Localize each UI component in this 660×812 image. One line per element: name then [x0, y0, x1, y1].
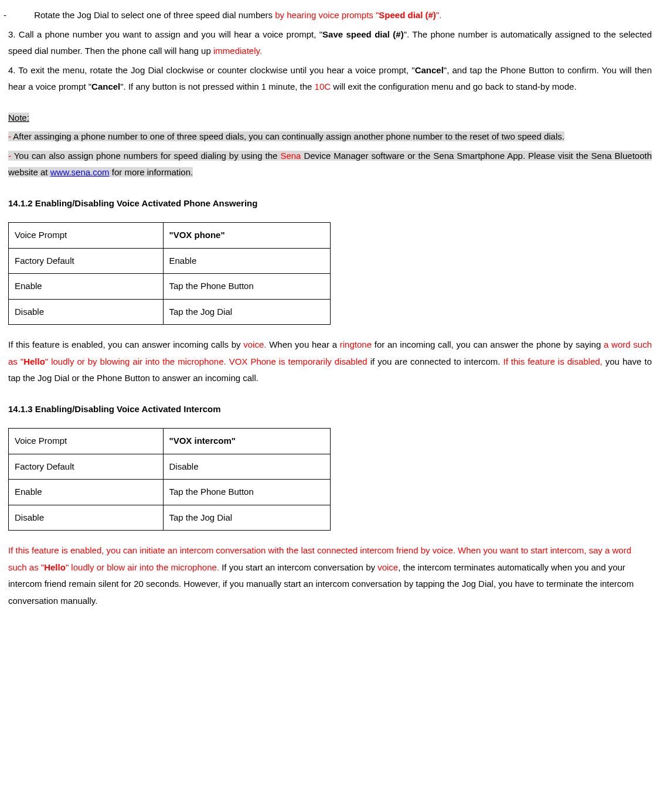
- paragraph-3: 3. Call a phone number you want to assig…: [8, 26, 652, 60]
- s1412p-g: Hello: [23, 356, 45, 366]
- heading-1413: 14.1.3 Enabling/Disabling Voice Activate…: [8, 401, 652, 418]
- cell-vox-intercom: "VOX intercom": [163, 429, 330, 454]
- s1413p-c: " loudly or blow air into the microphone…: [66, 562, 219, 572]
- table-row: Disable Tap the Jog Dial: [9, 299, 331, 325]
- s1413p-b: Hello: [44, 562, 66, 572]
- cell-tap-phone: Tap the Phone Button: [163, 274, 330, 300]
- p4-d: Cancel: [91, 81, 120, 91]
- cell-disable-label: Disable: [9, 299, 164, 325]
- s1412p-d: ringtone: [340, 339, 372, 349]
- bullet-text-1: Rotate the Jog Dial to select one of thr…: [34, 10, 273, 20]
- note-2: - You can also assign phone numbers for …: [8, 148, 652, 181]
- table-row: Enable Tap the Phone Button: [9, 480, 331, 505]
- bullet-text-red-bold: Speed dial (#): [379, 10, 436, 20]
- sena-link[interactable]: www.sena.com: [50, 167, 110, 177]
- table-row: Disable Tap the Jog Dial: [9, 505, 331, 531]
- s1413p-d: If you start an intercom conversation by: [219, 562, 377, 572]
- p3-b: Save speed dial (#): [322, 29, 404, 39]
- p4-a: 4. To exit the menu, rotate the Jog Dial…: [8, 65, 415, 75]
- p3-d: immediately.: [213, 46, 262, 56]
- cell-disable-label: Disable: [9, 505, 164, 531]
- p4-e: ". If any button is not pressed within 1…: [120, 81, 314, 91]
- vox-intercom-table: Voice Prompt "VOX intercom" Factory Defa…: [8, 428, 331, 531]
- table-row: Enable Tap the Phone Button: [9, 274, 331, 300]
- cell-enable-label: Enable: [9, 480, 164, 505]
- s1413p-e: voice: [377, 562, 398, 572]
- cell-enable: Enable: [163, 248, 330, 274]
- vox-phone-table: Voice Prompt "VOX phone" Factory Default…: [8, 222, 331, 325]
- s1412p-h: " loudly or by blowing air into the micr…: [45, 356, 368, 366]
- cell-vox-phone: "VOX phone": [163, 223, 330, 249]
- p4-f: 10C: [315, 81, 331, 91]
- note1-text: After assinging a phone number to one of…: [13, 131, 564, 141]
- bullet-dash: -: [20, 7, 32, 24]
- cell-factory-default: Factory Default: [9, 248, 164, 274]
- bullet-text-red-1: by hearing voice prompts ": [273, 10, 379, 20]
- p3-a: 3. Call a phone number you want to assig…: [8, 29, 322, 39]
- cell-tap-jog: Tap the Jog Dial: [163, 299, 330, 325]
- note2-dash: -: [8, 151, 14, 161]
- note2-e: for more information.: [110, 167, 193, 177]
- cell-tap-jog: Tap the Jog Dial: [163, 505, 330, 531]
- s1412p-i: if you are connected to intercom.: [368, 356, 503, 366]
- cell-voice-prompt: Voice Prompt: [9, 429, 164, 454]
- s1412p-j: If this feature is disabled,: [503, 356, 602, 366]
- table-row: Voice Prompt "VOX intercom": [9, 429, 331, 454]
- p4-b: Cancel: [415, 65, 444, 75]
- p4-g: will exit the configuration menu and go …: [331, 81, 576, 91]
- cell-factory-default: Factory Default: [9, 454, 164, 480]
- table-row: Factory Default Disable: [9, 454, 331, 480]
- note2-c: Sena: [280, 151, 301, 161]
- paragraph-4: 4. To exit the menu, rotate the Jog Dial…: [8, 62, 652, 96]
- cell-disable: Disable: [163, 454, 330, 480]
- heading-1412: 14.1.2 Enabling/Disabling Voice Activate…: [8, 195, 652, 212]
- table-row: Factory Default Enable: [9, 248, 331, 274]
- bullet-rotate-jog: - Rotate the Jog Dial to select one of t…: [8, 7, 652, 24]
- vox-intercom-paragraph: If this feature is enabled, you can init…: [8, 542, 652, 609]
- note-title: Note:: [8, 113, 29, 123]
- bullet-text-red-2: ".: [436, 10, 442, 20]
- cell-voice-prompt: Voice Prompt: [9, 223, 164, 249]
- s1412p-e: for an incoming call, you can answer the…: [372, 339, 604, 349]
- cell-tap-phone: Tap the Phone Button: [163, 480, 330, 505]
- table-row: Voice Prompt "VOX phone": [9, 223, 331, 249]
- s1412p-a: If this feature is enabled, you can answ…: [8, 339, 243, 349]
- note2-b: You can also assign phone numbers for sp…: [14, 151, 281, 161]
- s1412p-c: When you hear a: [266, 339, 339, 349]
- note-1: - After assinging a phone number to one …: [8, 128, 652, 145]
- s1412p-b: voice.: [243, 339, 266, 349]
- vox-phone-paragraph: If this feature is enabled, you can answ…: [8, 337, 652, 387]
- cell-enable-label: Enable: [9, 274, 164, 300]
- note-title-line: Note:: [8, 110, 652, 127]
